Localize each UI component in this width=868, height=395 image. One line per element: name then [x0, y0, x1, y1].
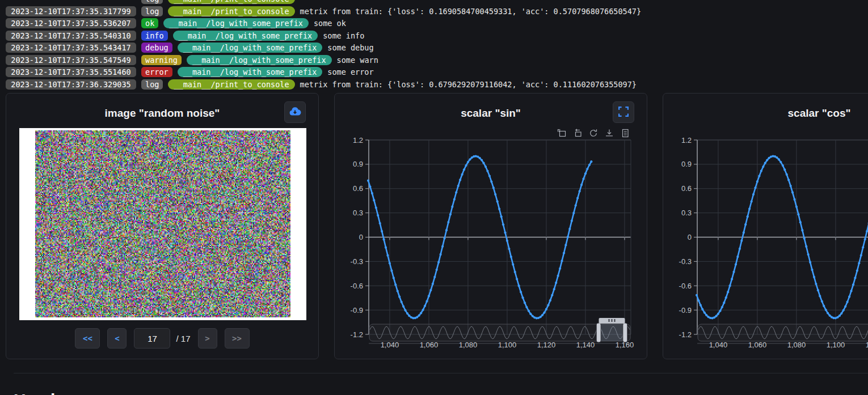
x-axis-label: 1,160	[616, 341, 634, 349]
y-axis-label: 0.6	[681, 184, 692, 193]
log-row: 2023-12-10T17:37:35.536207ok__main__/log…	[6, 18, 868, 28]
logger-badge: __main__/print_to_console	[168, 79, 294, 90]
y-axis-label: 1.2	[353, 136, 363, 145]
log-row: log__main__/print_to_console	[6, 0, 868, 4]
download-image-button[interactable]	[284, 101, 306, 123]
save-image-icon[interactable]	[605, 129, 614, 138]
log-timestamp: 2023-12-10T17:37:35.551460	[6, 67, 136, 77]
restore-icon[interactable]	[589, 129, 598, 138]
x-axis-label: 1,060	[420, 341, 439, 349]
log-message: metrix from train: {'loss': 0.1690584700…	[300, 7, 641, 16]
y-axis-label: -0.6	[679, 282, 692, 290]
y-axis-label: -0.6	[351, 282, 363, 290]
logger-badge: __main__/log_with_some_prefix	[187, 55, 332, 65]
image-card-title: image "random noise"	[6, 107, 318, 120]
log-row: 2023-12-10T17:37:35.317799log__main__/pr…	[6, 6, 868, 16]
data-view-icon[interactable]	[621, 129, 630, 138]
random-noise-image	[19, 128, 306, 320]
log-console: log__main__/print_to_console2023-12-10T1…	[6, 2, 868, 91]
x-axis-label: 1,120	[866, 341, 868, 349]
x-axis-label: 1,040	[381, 341, 399, 349]
log-level-badge: error	[141, 67, 172, 77]
y-axis-label: -1.2	[679, 330, 692, 339]
log-level-badge: log	[141, 6, 163, 16]
logger-badge: __main__/log_with_some_prefix	[163, 18, 309, 28]
first-page-button[interactable]: <<	[75, 328, 100, 349]
datazoom-handle[interactable]	[596, 323, 601, 342]
cos-chart-title: scalar "cos"	[663, 107, 868, 120]
log-message: some info	[323, 31, 364, 40]
cloud-download-icon	[288, 106, 302, 119]
y-axis-label: 0.9	[353, 160, 363, 168]
log-message: some ok	[314, 19, 346, 28]
log-message: some warn	[337, 56, 378, 65]
x-axis-label: 1,060	[748, 341, 767, 349]
log-timestamp: 2023-12-10T17:37:36.329035	[6, 79, 136, 90]
y-axis-label: -1.2	[351, 330, 363, 339]
log-level-badge: log	[141, 0, 163, 4]
log-level-badge: log	[141, 79, 163, 90]
log-level-badge: debug	[141, 43, 172, 53]
chart-card-sin: scalar "sin" 1.20.90.60.30-0.3-0.6-0.9-1…	[334, 93, 647, 359]
log-timestamp: 2023-12-10T17:37:35.543417	[6, 43, 136, 53]
page-total-label: / 17	[176, 334, 190, 343]
log-row: 2023-12-10T17:37:35.540310info__main__/l…	[6, 31, 868, 41]
logger-badge: __main__/print_to_console	[168, 0, 294, 4]
zoom-reset-icon[interactable]	[573, 129, 582, 138]
cards-row: image "random noise" << < / 17 > >> scal…	[6, 93, 868, 359]
last-page-button[interactable]: >>	[225, 328, 250, 349]
log-message: some debug	[327, 43, 373, 52]
logger-badge: __main__/log_with_some_prefix	[178, 67, 323, 77]
y-axis-label: 0.9	[681, 160, 692, 168]
y-axis-label: -0.3	[351, 257, 363, 266]
log-message: some error	[327, 67, 373, 77]
x-axis-label: 1,100	[498, 341, 517, 349]
y-axis-label: 0	[688, 233, 692, 241]
log-row: 2023-12-10T17:37:36.329035log__main__/pr…	[6, 79, 868, 90]
log-row: 2023-12-10T17:37:35.551460error__main__/…	[6, 67, 868, 77]
logger-badge: __main__/log_with_some_prefix	[178, 43, 323, 53]
y-axis-label: 0.3	[353, 209, 363, 217]
markdown-header: Header	[14, 392, 71, 395]
fullscreen-icon	[618, 107, 629, 118]
log-level-badge: warning	[141, 55, 182, 65]
y-axis-label: 0	[359, 233, 363, 241]
datazoom-handle[interactable]	[623, 323, 627, 342]
logger-badge: __main__/log_with_some_prefix	[173, 31, 318, 41]
y-axis-label: 0.3	[681, 209, 692, 217]
log-timestamp	[6, 0, 136, 4]
x-axis-label: 1,080	[459, 341, 478, 349]
chart-toolbox	[557, 129, 630, 138]
y-axis-label: 0.6	[353, 184, 363, 193]
page-number-input[interactable]	[134, 328, 170, 349]
log-timestamp: 2023-12-10T17:37:35.540310	[6, 31, 136, 41]
cos-chart[interactable]: 1.20.90.60.30-0.3-0.6-0.9-1.21,0401,0601…	[663, 94, 868, 360]
log-row: 2023-12-10T17:37:35.543417debug__main__/…	[6, 43, 868, 53]
datazoom-window[interactable]	[599, 324, 625, 341]
log-level-badge: ok	[141, 18, 158, 28]
logger-badge: __main__/print_to_console	[168, 6, 294, 16]
log-timestamp: 2023-12-10T17:37:35.536207	[6, 18, 136, 28]
fullscreen-button[interactable]	[613, 101, 634, 123]
zoom-icon[interactable]	[557, 129, 566, 138]
log-level-badge: info	[141, 31, 168, 41]
image-card: image "random noise" << < / 17 > >>	[6, 93, 319, 359]
log-row: 2023-12-10T17:37:35.547549warning__main_…	[6, 55, 868, 65]
x-axis-label: 1,120	[537, 341, 556, 349]
x-axis-label: 1,040	[709, 341, 728, 349]
log-timestamp: 2023-12-10T17:37:35.317799	[6, 6, 136, 16]
y-axis-label: 1.2	[681, 136, 692, 145]
log-message: metrix from train: {'loss': 0.6796292079…	[300, 80, 637, 89]
section-divider	[14, 373, 868, 373]
prev-page-button[interactable]: <	[107, 328, 127, 349]
y-axis-label: -0.9	[679, 306, 692, 315]
x-axis-label: 1,080	[787, 341, 806, 349]
log-timestamp: 2023-12-10T17:37:35.547549	[6, 55, 136, 65]
y-axis-label: -0.9	[351, 306, 363, 315]
next-page-button[interactable]: >	[198, 328, 217, 349]
y-axis-label: -0.3	[679, 257, 692, 266]
sin-chart-title: scalar "sin"	[335, 107, 647, 120]
chart-card-cos: scalar "cos" 1.20.90.60.30-0.3-0.6-0.9-1…	[663, 93, 868, 359]
image-pagination: << < / 17 > >>	[6, 328, 318, 349]
x-axis-label: 1,100	[827, 341, 845, 349]
